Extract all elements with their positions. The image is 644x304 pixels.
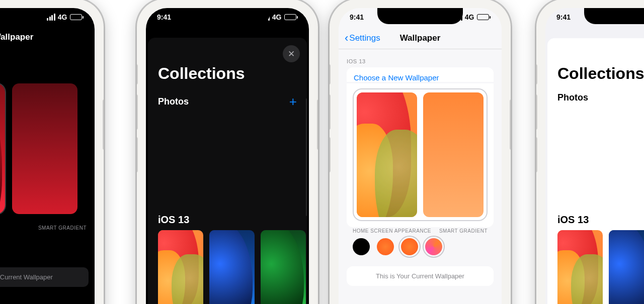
collection-thumb[interactable] — [609, 230, 644, 304]
phone-dark-wallpaper-settings: 9:41 4G Wallpaper w Wallpaper APPEARANCE… — [0, 0, 104, 304]
section-header: IOS 13 — [347, 58, 366, 64]
page-title: Wallpaper — [0, 32, 33, 42]
close-icon: ✕ — [288, 49, 295, 59]
status-time: 9:41 — [350, 13, 364, 21]
collection-thumb[interactable] — [209, 230, 255, 304]
cellular-signal-icon — [47, 14, 55, 21]
back-label: Settings — [349, 33, 380, 43]
chevron-left-icon: ‹ — [345, 33, 348, 44]
current-wallpaper-note: s is Your Current Wallpaper — [0, 267, 89, 287]
status-carrier: 4G — [465, 13, 474, 21]
collection-section-title: iOS 13 — [557, 214, 589, 226]
scroll-indicator — [306, 98, 307, 216]
status-carrier: 4G — [58, 13, 67, 21]
close-button[interactable]: ✕ — [283, 45, 300, 62]
appearance-swatch-orange-selected[interactable] — [401, 238, 418, 255]
nav-bar: Wallpaper — [0, 26, 95, 48]
wallpaper-preview-still[interactable] — [423, 92, 484, 217]
phone-dark-collections: 9:41 4G ✕ Collections Photos + iOS 13 — [137, 0, 318, 304]
appearance-swatch-gradient[interactable] — [425, 238, 442, 255]
collection-section-title: iOS 13 — [158, 214, 189, 226]
status-time: 9:41 — [556, 13, 571, 21]
choose-new-wallpaper-link[interactable]: Choose a New Wallpaper — [347, 67, 494, 82]
nav-bar: ‹ Settings Wallpaper — [339, 27, 502, 49]
sheet-title: Collections — [158, 64, 277, 83]
wallpaper-preview-dynamic[interactable] — [357, 92, 417, 217]
appearance-swatch-black[interactable] — [353, 238, 370, 255]
status-carrier: 4G — [272, 13, 282, 21]
battery-icon — [477, 14, 491, 20]
collection-thumb[interactable] — [557, 230, 603, 304]
smart-gradient-label: SMART GRADIENT — [38, 225, 87, 231]
battery-icon — [284, 14, 298, 20]
collections-sheet: ✕ Collections Photos + iOS 13 — [148, 38, 307, 304]
wallpaper-preview-still[interactable] — [12, 83, 77, 214]
collection-thumb[interactable] — [158, 230, 203, 304]
status-time: 9:41 — [157, 13, 171, 21]
wallpaper-preview-dynamic[interactable] — [0, 83, 5, 214]
collection-thumb[interactable] — [261, 230, 306, 304]
appearance-label: HOME SCREEN APPEARANCE — [353, 228, 431, 234]
page-title: Wallpaper — [400, 33, 441, 43]
plus-icon[interactable]: + — [289, 94, 297, 110]
sheet-title: Collections — [557, 64, 644, 83]
appearance-swatch-orange[interactable] — [377, 238, 394, 255]
collections-sheet: Collections Photos iOS 13 — [547, 38, 644, 304]
smart-gradient-label: SMART GRADIENT — [439, 228, 488, 234]
status-bar: 9:41 4G — [0, 8, 95, 26]
battery-icon — [70, 14, 84, 20]
photos-row[interactable]: Photos + — [158, 90, 297, 113]
phone-light-collections: 9:41 Collections Photos iOS 13 — [536, 0, 644, 304]
current-wallpaper-note: This is Your Current Wallpaper — [347, 266, 494, 286]
photos-row[interactable]: Photos — [557, 92, 588, 103]
phone-light-wallpaper-settings: 9:41 4G ‹ Settings Wallpaper IOS 13 Choo… — [330, 0, 511, 304]
back-button[interactable]: ‹ Settings — [345, 33, 380, 44]
photos-label: Photos — [557, 92, 588, 103]
photos-label: Photos — [158, 96, 189, 107]
